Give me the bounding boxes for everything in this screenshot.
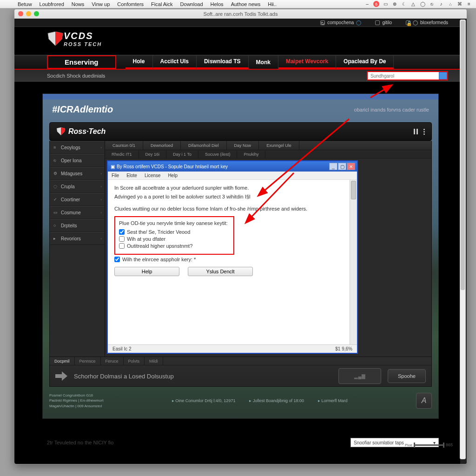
sidebar-item[interactable]: ⎋Oper Iona — [50, 154, 105, 167]
util-link[interactable]: ↻compochena◯ — [320, 20, 361, 25]
util-link[interactable]: gitilo — [375, 20, 392, 25]
subtab[interactable]: Day i 1 To — [166, 150, 198, 158]
dialog-scrollbar[interactable] — [350, 180, 357, 344]
nav-item[interactable]: Accilct Uls — [153, 55, 197, 69]
caret-icon: ◯ — [413, 20, 418, 25]
menu-file[interactable]: File — [108, 172, 123, 179]
bottom-tab[interactable]: Feruce — [101, 357, 124, 365]
minimize-icon[interactable] — [26, 11, 31, 16]
checkbox[interactable] — [114, 257, 120, 262]
site-header: VCDSROSS TECH — [14, 27, 467, 55]
nav-item[interactable]: Opaclead By De — [336, 55, 394, 69]
sidebar-item[interactable]: ◌Crupla› — [50, 180, 105, 193]
signal-icon: ▂▄▇ — [354, 374, 365, 379]
sidebar-item[interactable]: ≡Ceoylogs› — [50, 141, 105, 154]
tray-icon[interactable]: ♪ — [438, 1, 444, 7]
help-button[interactable]: Help — [114, 267, 179, 276]
gear-icon: ⚙ — [53, 171, 58, 176]
checkbox-row[interactable]: Outitreald higher upsnstnmt? — [119, 243, 230, 249]
sidebar-item[interactable]: ○Drpteits — [50, 219, 105, 232]
footer-link[interactable]: Lormerfl Mard — [318, 398, 348, 403]
checkbox-row[interactable]: Wilh the elnrcee asppholr kery: * — [114, 257, 350, 262]
browser-scrollbar[interactable] — [460, 20, 466, 459]
checkbox[interactable] — [119, 229, 125, 235]
tab[interactable]: Dewnorloed — [143, 141, 181, 150]
menu-item[interactable]: Nows — [68, 1, 88, 7]
site-logo[interactable]: VCDSROSS TECH — [47, 31, 467, 47]
menu-item[interactable]: Fical Aick — [147, 1, 176, 7]
tray-icon[interactable]: ▭ — [382, 1, 389, 7]
zoom-icon[interactable] — [34, 11, 39, 16]
tab[interactable]: Difamonhoil Diel — [181, 141, 227, 150]
util-link[interactable]: 🔒◯bloxeformeds — [406, 20, 448, 25]
bottom-bar: Docpmil Pennsce Feruce Polvts Mildi Scho… — [49, 357, 432, 387]
menu-item[interactable]: Authoe news — [227, 1, 264, 7]
thumbnail[interactable]: ▂▄▇ — [338, 368, 381, 384]
nav-badge[interactable]: Enserving — [47, 55, 116, 69]
nav-item[interactable]: Hole — [126, 55, 153, 69]
subtab[interactable]: Socuve (ilest) — [198, 150, 238, 158]
tray-icon[interactable]: △ — [410, 1, 416, 7]
checkbox[interactable] — [119, 236, 125, 242]
breadcrumb[interactable]: Socdich Shock duedinials — [47, 73, 105, 79]
confirm-button[interactable]: Yslus Denclt — [188, 267, 253, 276]
page-subtitle: obaricl inands forvns cader rustle — [354, 107, 429, 112]
checkbox[interactable] — [119, 243, 125, 249]
refresh-icon: ↻ — [320, 20, 325, 25]
tray-icon[interactable]: ⎋ — [429, 1, 435, 7]
app-logo[interactable]: Ross·Tech — [56, 127, 106, 136]
tray-icon[interactable]: ⌘ — [456, 1, 463, 7]
main-nav: Enserving Hole Accilct Uls Diswnload TS … — [14, 55, 467, 70]
subtab[interactable]: Rhedic IT1 — [105, 150, 139, 158]
subtab[interactable]: Dey 16i — [139, 150, 167, 158]
bottom-tab[interactable]: Pennsce — [75, 357, 101, 365]
tray-icon[interactable]: ⊕ — [391, 1, 398, 7]
bottom-tab[interactable]: Polvts — [124, 357, 145, 365]
sidebar-item[interactable]: ⚙Mdaguses› — [50, 167, 105, 180]
footer-link[interactable]: Oine Conumlor Dr6j l:4/0, 12971 — [172, 398, 236, 403]
sidebar-item[interactable]: ✓Coortiner› — [50, 193, 105, 206]
bottom-tab[interactable]: Docpmil — [50, 357, 75, 365]
bottom-tab[interactable]: Mildi — [145, 357, 163, 365]
close-icon[interactable] — [18, 11, 23, 16]
nav-item[interactable]: Diswnload TS — [197, 55, 249, 69]
menu-item[interactable]: Download — [177, 1, 207, 7]
check-icon: ✓ — [53, 197, 58, 202]
checkbox-row[interactable]: Wih at you dfater — [119, 236, 230, 242]
nav-item[interactable]: Monk — [249, 55, 278, 69]
search-button[interactable] — [439, 72, 447, 79]
svg-line-2 — [370, 86, 391, 98]
tray-icon[interactable]: ◯ — [419, 1, 426, 7]
bottom-label: Schorhor Dolmasi a Losed Dolsustup — [74, 373, 332, 380]
menu-item[interactable]: Helos — [207, 1, 227, 7]
footer-link[interactable]: Jollest Boandjibnig of 18:00 — [249, 398, 304, 403]
menu-edit[interactable]: Elote — [123, 172, 141, 179]
menu-item[interactable]: Loubfrored — [36, 1, 68, 7]
menu-item[interactable]: Confomters — [113, 1, 147, 7]
tray-icon[interactable]: ⛬ — [447, 1, 454, 7]
browser-titlebar[interactable]: Soft..are ran.corh Todis Tolkt.ads — [14, 9, 467, 19]
menu-item[interactable]: Betuw — [14, 1, 36, 7]
box-icon: ▭ — [53, 210, 58, 215]
menu-help[interactable]: Help — [164, 172, 181, 179]
tab[interactable]: Caunton 0/1 — [105, 141, 143, 150]
scroll-top-button[interactable]: A — [416, 393, 432, 409]
circle-icon: ○ — [53, 223, 58, 228]
tray-badge[interactable]: 6 — [373, 1, 379, 7]
menu-item[interactable]: Vinw up — [88, 1, 113, 7]
menu-item[interactable]: Hii.. — [264, 1, 280, 7]
action-button[interactable]: Spoohe — [388, 369, 426, 383]
page-slider[interactable] — [415, 444, 443, 446]
sidebar-item[interactable]: ▭Cosmune› — [50, 206, 105, 219]
breadcrumb-row: Socdich Shock duedinials — [14, 70, 467, 82]
pause-icon[interactable] — [414, 129, 418, 135]
tray-icon[interactable]: ☾ — [401, 1, 407, 7]
menu-license[interactable]: License — [141, 172, 164, 179]
checkbox-row[interactable]: Sest the/ Se, Tricider Veood — [119, 229, 230, 235]
nav-item[interactable]: Maipet Wevcork — [278, 55, 336, 69]
arrow-right-icon[interactable] — [55, 371, 67, 381]
sidebar-item[interactable]: ▸Revoriors› — [50, 232, 105, 245]
tray-icon[interactable]: ≡ — [466, 1, 472, 7]
more-icon[interactable] — [423, 129, 425, 135]
search-input[interactable] — [368, 73, 439, 79]
